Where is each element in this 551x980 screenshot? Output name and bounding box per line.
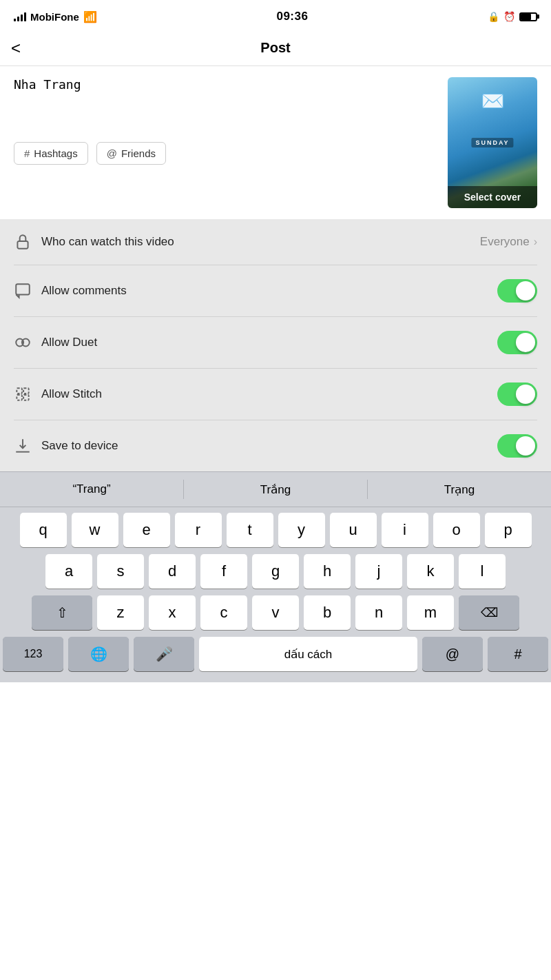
status-bar: MobiFone 📶 09:36 🔒 ⏰ (0, 0, 551, 30)
nav-bar: < Post (0, 30, 551, 66)
download-svg (14, 437, 32, 455)
duet-svg (14, 334, 32, 351)
key-r[interactable]: r (175, 513, 222, 547)
battery-icon (519, 12, 537, 21)
settings-row-allow-duet: Allow Duet (14, 317, 537, 369)
back-button[interactable]: < (11, 40, 21, 57)
toggle-knob-duet (516, 333, 535, 352)
key-z[interactable]: z (97, 595, 144, 630)
keyboard-row-1: q w e r t y u i o p (3, 513, 548, 547)
key-c[interactable]: c (200, 595, 247, 630)
signal-bar-2 (17, 17, 19, 21)
key-h[interactable]: h (304, 554, 351, 589)
signal-bar-4 (24, 12, 26, 21)
allow-comments-label: Allow comments (41, 284, 497, 298)
svg-rect-1 (16, 284, 30, 294)
toggle-knob-stitch (516, 385, 535, 404)
key-m[interactable]: m (407, 595, 454, 630)
caption-input[interactable]: Nha Trang (14, 77, 437, 132)
key-t[interactable]: t (227, 513, 273, 547)
download-icon (14, 437, 41, 455)
svg-rect-4 (17, 388, 22, 394)
signal-bar-1 (14, 19, 16, 21)
cover-select-label[interactable]: Select cover (448, 186, 537, 208)
key-u[interactable]: u (330, 513, 377, 547)
save-to-device-label: Save to device (41, 439, 497, 453)
at-icon: @ (107, 147, 117, 159)
page-title: Post (260, 40, 290, 56)
friends-button[interactable]: @ Friends (96, 142, 166, 165)
settings-row-allow-stitch: Allow Stitch (14, 369, 537, 420)
comment-icon (14, 282, 41, 300)
tag-buttons: # Hashtags @ Friends (14, 142, 437, 165)
svg-rect-0 (17, 241, 28, 249)
cover-thumbnail[interactable]: ✉️ SUNDAY Select cover (448, 77, 537, 208)
signal-bar-3 (21, 14, 23, 21)
settings-row-allow-comments: Allow comments (14, 265, 537, 317)
settings-row-save-to-device: Save to device (14, 420, 537, 471)
settings-section: Who can watch this video Everyone › Allo… (0, 219, 551, 471)
key-f[interactable]: f (200, 554, 247, 589)
svg-rect-5 (23, 388, 29, 394)
microphone-key[interactable]: 🎤 (134, 637, 194, 671)
allow-duet-toggle[interactable] (497, 331, 537, 354)
key-w[interactable]: w (72, 513, 118, 547)
key-g[interactable]: g (252, 554, 299, 589)
allow-duet-label: Allow Duet (41, 336, 497, 349)
numbers-key[interactable]: 123 (3, 637, 63, 671)
carrier-label: MobiFone (30, 11, 79, 23)
status-left: MobiFone 📶 (14, 10, 97, 23)
keyboard-row-3: ⇧ z x c v b n m ⌫ (3, 595, 548, 630)
chevron-right-icon: › (534, 236, 537, 248)
everyone-text: Everyone (480, 235, 530, 249)
comment-svg (14, 282, 32, 300)
globe-key[interactable]: 🌐 (68, 637, 129, 671)
space-key[interactable]: dấu cách (199, 637, 417, 671)
key-a[interactable]: a (45, 554, 92, 589)
keyboard: q w e r t y u i o p a s d f g h j k l ⇧ … (0, 507, 551, 682)
key-j[interactable]: j (355, 554, 402, 589)
hashtag-button[interactable]: # Hashtags (14, 142, 88, 165)
key-q[interactable]: q (20, 513, 67, 547)
content-area: Nha Trang # Hashtags @ Friends ✉️ SUNDAY… (0, 66, 551, 219)
toggle-knob-save (516, 436, 535, 456)
at-key[interactable]: @ (422, 637, 483, 671)
allow-stitch-label: Allow Stitch (41, 387, 497, 401)
toggle-knob (516, 281, 535, 300)
key-e[interactable]: e (123, 513, 170, 547)
hash-key[interactable]: # (488, 637, 548, 671)
microphone-icon: 🎤 (156, 646, 173, 662)
status-time: 09:36 (276, 10, 308, 23)
wifi-icon: 📶 (83, 10, 97, 23)
autocomplete-item-2[interactable]: Trạng (368, 473, 551, 507)
autocomplete-item-0[interactable]: “Trang” (0, 473, 183, 506)
svg-rect-7 (23, 395, 29, 400)
keyboard-row-2: a s d f g h j k l (3, 554, 548, 589)
allow-comments-toggle[interactable] (497, 279, 537, 303)
key-b[interactable]: b (304, 595, 351, 630)
key-y[interactable]: y (278, 513, 325, 547)
key-o[interactable]: o (433, 513, 480, 547)
key-v[interactable]: v (252, 595, 299, 630)
key-l[interactable]: l (459, 554, 506, 589)
save-to-device-toggle[interactable] (497, 434, 537, 458)
key-d[interactable]: d (149, 554, 196, 589)
backspace-key[interactable]: ⌫ (459, 595, 519, 630)
autocomplete-bar: “Trang” Trắng Trạng (0, 471, 551, 507)
key-n[interactable]: n (355, 595, 402, 630)
status-right: 🔒 ⏰ (488, 11, 537, 22)
key-s[interactable]: s (97, 554, 144, 589)
key-i[interactable]: i (382, 513, 428, 547)
shift-key[interactable]: ⇧ (32, 595, 92, 630)
key-p[interactable]: p (485, 513, 532, 547)
allow-stitch-toggle[interactable] (497, 382, 537, 406)
duet-icon (14, 334, 41, 351)
settings-row-who-can-watch[interactable]: Who can watch this video Everyone › (14, 219, 537, 265)
alarm-icon: ⏰ (503, 11, 515, 22)
who-can-watch-value: Everyone › (480, 235, 537, 249)
autocomplete-item-1[interactable]: Trắng (184, 473, 367, 507)
signal-bars (14, 12, 26, 21)
key-x[interactable]: x (149, 595, 196, 630)
stitch-icon (14, 385, 41, 403)
key-k[interactable]: k (407, 554, 454, 589)
